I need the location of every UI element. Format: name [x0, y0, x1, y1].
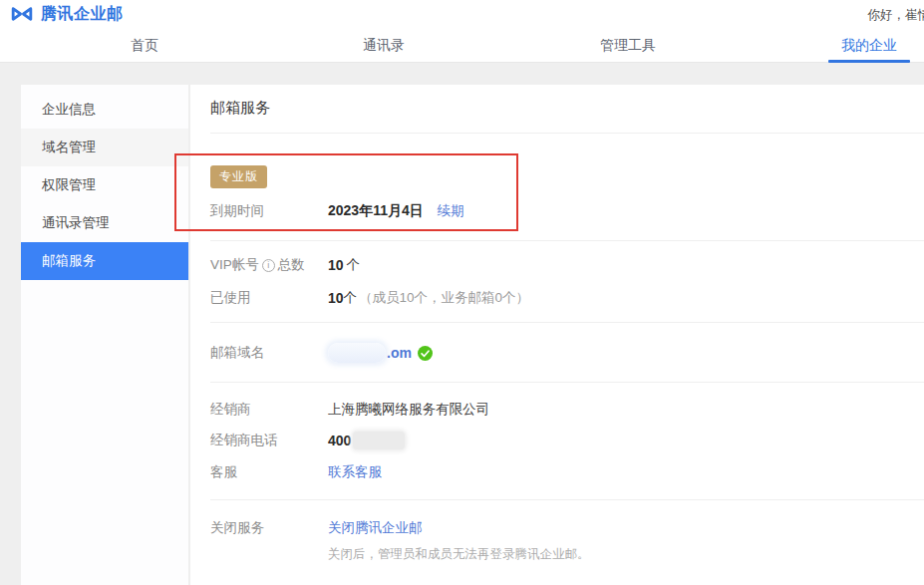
- dealer-label: 经销商: [210, 401, 328, 419]
- vip-total-number: 10: [328, 257, 344, 273]
- section-divider: [210, 133, 924, 134]
- customer-service-label: 客服: [210, 463, 328, 481]
- vip-total-row: VIP帐号 i 总数 10 个: [210, 255, 924, 275]
- nav-tab-my-enterprise[interactable]: 我的企业: [841, 28, 897, 62]
- dealer-name: 上海腾曦网络服务有限公司: [328, 401, 489, 419]
- customer-service-row: 客服 联系客服: [210, 462, 924, 482]
- close-service-row: 关闭服务 关闭腾讯企业邮: [210, 518, 924, 538]
- nav-tab-admin-tools[interactable]: 管理工具: [600, 28, 656, 62]
- sidebar-item-permission-management[interactable]: 权限管理: [21, 166, 188, 204]
- vip-used-unit: 个: [344, 289, 358, 307]
- exmail-logo-icon: [10, 4, 34, 24]
- close-service-link[interactable]: 关闭腾讯企业邮: [328, 519, 423, 537]
- app-header: 腾讯企业邮 你好，崔情: [0, 0, 924, 28]
- top-nav: 首页 通讯录 管理工具 我的企业: [0, 28, 924, 63]
- app-logo-text: 腾讯企业邮: [41, 4, 124, 25]
- plan-badge: 专业版: [210, 165, 267, 188]
- dealer-row: 经销商 上海腾曦网络服务有限公司: [210, 400, 924, 420]
- renew-link[interactable]: 续期: [438, 202, 464, 220]
- sidebar-menu: 企业信息 域名管理 权限管理 通讯录管理 邮箱服务: [21, 85, 188, 280]
- contact-support-link[interactable]: 联系客服: [328, 463, 382, 481]
- redacted-domain-blur: [328, 343, 386, 363]
- domain-label: 邮箱域名: [210, 344, 328, 362]
- sidebar-item-domain-management[interactable]: 域名管理: [21, 129, 188, 166]
- sidebar-item-enterprise-info[interactable]: 企业信息: [21, 91, 188, 129]
- close-service-hint: 关闭后，管理员和成员无法再登录腾讯企业邮。: [328, 546, 924, 563]
- redacted-phone-blur: [353, 432, 405, 449]
- section-divider: [210, 499, 924, 500]
- verified-check-icon: [418, 346, 433, 361]
- expiry-row: 到期时间 2023年11月4日 续期: [210, 201, 924, 221]
- page-title: 邮箱服务: [210, 99, 924, 117]
- user-greeting: 你好，崔情: [868, 7, 924, 24]
- nav-tab-contacts[interactable]: 通讯录: [363, 28, 405, 62]
- vip-total-unit: 个: [347, 256, 361, 274]
- vip-used-note: （成员10个，业务邮箱0个）: [359, 289, 529, 307]
- nav-tab-home[interactable]: 首页: [131, 28, 158, 62]
- vip-used-label: 已使用: [210, 289, 328, 307]
- dealer-phone-row: 经销商电话 400: [210, 430, 924, 451]
- expiry-date: 2023年11月4日: [328, 202, 424, 220]
- main-panel: 邮箱服务 专业版 到期时间 2023年11月4日 续期 VIP帐号 i 总数 1…: [190, 85, 924, 585]
- vip-used-row: 已使用 10 个 （成员10个，业务邮箱0个）: [210, 288, 924, 308]
- vip-used-number: 10: [328, 290, 344, 306]
- content-area: 企业信息 域名管理 权限管理 通讯录管理 邮箱服务 邮箱服务 专业版 到期时间 …: [0, 63, 924, 585]
- vip-total-label: VIP帐号 i 总数: [210, 256, 328, 274]
- dealer-phone-label: 经销商电话: [210, 432, 328, 449]
- sidebar: 企业信息 域名管理 权限管理 通讯录管理 邮箱服务: [21, 85, 189, 585]
- domain-visible-suffix: .om: [387, 345, 412, 361]
- section-divider: [210, 240, 924, 241]
- sidebar-item-contacts-management[interactable]: 通讯录管理: [21, 204, 188, 242]
- section-divider: [210, 382, 924, 383]
- expiry-label: 到期时间: [210, 202, 328, 220]
- app-logo[interactable]: 腾讯企业邮: [10, 3, 124, 25]
- dealer-phone-visible: 400: [328, 433, 351, 448]
- info-icon[interactable]: i: [262, 259, 275, 272]
- close-service-label: 关闭服务: [210, 519, 328, 537]
- sidebar-item-mailbox-service[interactable]: 邮箱服务: [21, 242, 188, 280]
- domain-row: 邮箱域名 .om: [210, 341, 924, 365]
- section-divider: [210, 322, 924, 323]
